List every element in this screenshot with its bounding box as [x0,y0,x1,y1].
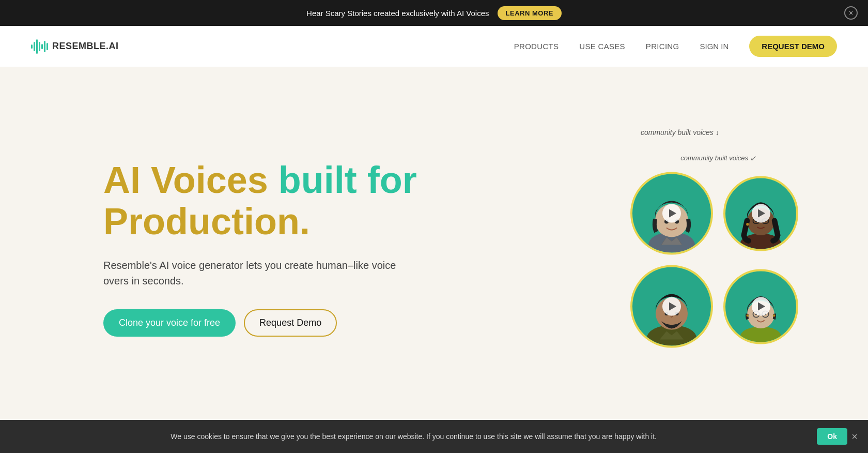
avatar-2-play-icon [752,204,770,223]
logo[interactable]: RESEMBLE.AI [31,39,119,54]
avatar-4-play-icon [752,297,770,316]
wave-bar-2 [34,42,35,51]
hero-content: AI Voices built for Production. Resemble… [103,160,465,336]
avatar-4[interactable] [723,269,798,344]
nav-pricing[interactable]: PRICING [646,42,679,51]
avatar-1-play-icon [662,204,681,223]
close-announcement-button[interactable]: × [844,6,858,20]
avatar-2-play-overlay[interactable] [725,178,796,249]
wave-bar-6 [44,41,45,52]
announcement-text: Hear Scary Stories created exclusively w… [306,9,489,18]
community-label: community built voices [641,128,719,137]
logo-wave-icon [31,39,48,54]
hero-section: AI Voices built for Production. Resemble… [0,67,868,429]
avatar-4-play-overlay[interactable] [725,271,796,342]
learn-more-button[interactable]: LEARN MORE [498,6,562,20]
hero-title-production: Production. [103,201,310,242]
hero-title-built-for: built for [278,159,417,201]
logo-text: RESEMBLE.AI [52,41,119,52]
hero-title-ai: AI Voices [103,159,278,201]
cookie-bar: We use cookies to ensure that we give yo… [0,420,868,453]
avatar-1[interactable] [630,172,713,255]
community-built-label: community built voices ↙ [680,154,755,162]
nav-links: PRODUCTS USE CASES PRICING SIGN IN REQUE… [514,36,837,57]
wave-bar-4 [39,42,40,51]
play-triangle-2 [758,209,765,218]
wave-bar-7 [47,43,48,50]
hero-description: Resemble's AI voice generator lets you c… [103,258,403,289]
hero-avatars: community built voices community built v… [630,149,806,348]
navigation: RESEMBLE.AI PRODUCTS USE CASES PRICING S… [0,26,868,67]
nav-use-cases[interactable]: USE CASES [579,42,625,51]
avatar-3-play-icon [662,297,681,316]
request-demo-button[interactable]: REQUEST DEMO [749,36,837,57]
avatar-2[interactable] [723,176,798,251]
hero-title: AI Voices built for Production. [103,160,465,241]
wave-bar-5 [41,44,43,49]
cookie-close-button[interactable]: × [851,431,858,443]
clone-voice-button[interactable]: Clone your voice for free [103,309,236,337]
request-demo-hero-button[interactable]: Request Demo [244,309,337,337]
nav-sign-in[interactable]: SIGN IN [700,42,729,51]
hero-buttons: Clone your voice for free Request Demo [103,309,465,337]
community-header: community built voices ↙ [630,159,806,167]
play-triangle-1 [669,209,676,218]
cookie-text: We use cookies to ensure that we give yo… [21,432,807,441]
wave-bar-1 [31,44,33,49]
announcement-bar: Hear Scary Stories created exclusively w… [0,0,868,26]
play-triangle-4 [758,303,765,311]
nav-products[interactable]: PRODUCTS [514,42,559,51]
avatar-3[interactable] [630,265,713,348]
cookie-ok-button[interactable]: Ok [817,428,847,445]
wave-bar-3 [36,39,38,54]
avatar-3-play-overlay[interactable] [632,267,711,346]
play-triangle-3 [669,303,676,311]
avatar-1-play-overlay[interactable] [632,174,711,253]
